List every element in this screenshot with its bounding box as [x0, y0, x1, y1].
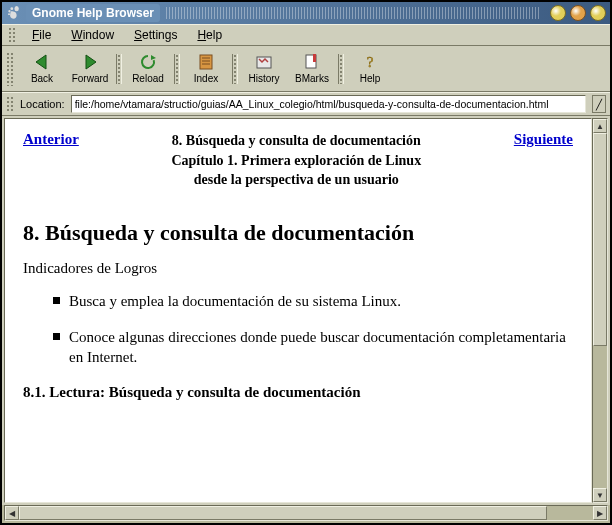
back-label: Back: [31, 73, 53, 84]
doc-nav: Anterior 8. Búsqueda y consulta de docum…: [23, 131, 573, 190]
svg-rect-7: [200, 55, 212, 69]
help-button[interactable]: ? Help: [346, 49, 394, 89]
breadcrumb-line-3: desde la perspectiva de un usuario: [87, 170, 506, 190]
locbar-collapse-button[interactable]: ╱: [592, 95, 606, 113]
help-btn-label: Help: [360, 73, 381, 84]
minimize-button[interactable]: [550, 5, 566, 21]
app-window: Gnome Help Browser File Window Settings …: [0, 0, 612, 525]
menu-help-label: elp: [206, 28, 222, 42]
location-bar: Location: ╱: [2, 92, 610, 116]
forward-icon: [81, 53, 99, 71]
toolbar-sep-4: [338, 54, 344, 84]
svg-point-2: [8, 10, 10, 12]
scroll-down-button[interactable]: ▼: [593, 488, 607, 502]
scroll-track[interactable]: [593, 133, 607, 488]
history-button[interactable]: History: [240, 49, 288, 89]
maximize-button[interactable]: [570, 5, 586, 21]
index-icon: [197, 53, 215, 71]
menubar: File Window Settings Help: [2, 24, 610, 46]
help-icon: ?: [361, 53, 379, 71]
menubar-grip[interactable]: [8, 27, 16, 43]
titlebar[interactable]: Gnome Help Browser: [2, 2, 610, 24]
menu-file[interactable]: File: [22, 25, 61, 45]
svg-marker-5: [86, 55, 96, 69]
nav-prev-link[interactable]: Anterior: [23, 131, 79, 148]
bmarks-label: BMarks: [295, 73, 329, 84]
scroll-thumb[interactable]: [593, 133, 607, 346]
back-button[interactable]: Back: [18, 49, 66, 89]
toolbar-sep-1: [116, 54, 122, 84]
back-icon: [33, 53, 51, 71]
menu-file-label: ile: [39, 28, 51, 42]
svg-point-1: [10, 7, 13, 10]
menu-window-label: indow: [83, 28, 114, 42]
titlebar-texture: [166, 7, 540, 19]
index-label: Index: [194, 73, 218, 84]
doc-indicators-label: Indicadores de Logros: [23, 260, 573, 277]
location-label: Location:: [20, 98, 65, 110]
window-title: Gnome Help Browser: [26, 4, 160, 22]
menu-help[interactable]: Help: [187, 25, 232, 45]
doc-indicators-list: Busca y emplea la documentación de su si…: [23, 291, 573, 368]
reload-label: Reload: [132, 73, 164, 84]
locbar-grip[interactable]: [6, 96, 14, 112]
toolbar-grip[interactable]: [6, 52, 14, 86]
location-input[interactable]: [71, 95, 586, 113]
toolbar-sep-2: [174, 54, 180, 84]
forward-button[interactable]: Forward: [66, 49, 114, 89]
vertical-scrollbar[interactable]: ▲ ▼: [592, 118, 608, 503]
list-item: Busca y emplea la documentación de su si…: [53, 291, 573, 311]
hscroll-track[interactable]: [19, 506, 593, 520]
history-icon: [255, 53, 273, 71]
forward-label: Forward: [72, 73, 109, 84]
svg-point-3: [8, 13, 10, 15]
nav-breadcrumb: 8. Búsqueda y consulta de documentación …: [79, 131, 514, 190]
history-label: History: [248, 73, 279, 84]
reload-icon: [139, 53, 157, 71]
svg-rect-11: [257, 57, 271, 68]
hscroll-thumb[interactable]: [19, 506, 547, 520]
toolbar-sep-3: [232, 54, 238, 84]
content-area: Anterior 8. Búsqueda y consulta de docum…: [2, 116, 610, 505]
menu-window[interactable]: Window: [61, 25, 124, 45]
doc-subheading: 8.1. Lectura: Búsqueda y consulta de doc…: [23, 384, 573, 401]
toolbar: Back Forward Reload Index: [2, 46, 610, 92]
svg-marker-4: [36, 55, 46, 69]
svg-point-0: [14, 6, 18, 11]
breadcrumb-line-1: 8. Búsqueda y consulta de documentación: [87, 131, 506, 151]
scroll-left-button[interactable]: ◀: [5, 506, 19, 520]
bmarks-button[interactable]: BMarks: [288, 49, 336, 89]
horizontal-scrollbar[interactable]: ◀ ▶: [4, 505, 608, 521]
gnome-foot-icon: [6, 5, 22, 21]
list-item: Conoce algunas direcciones donde puede b…: [53, 327, 573, 368]
close-button[interactable]: [590, 5, 606, 21]
scroll-up-button[interactable]: ▲: [593, 119, 607, 133]
menu-settings-label: ettings: [142, 28, 177, 42]
index-button[interactable]: Index: [182, 49, 230, 89]
svg-rect-13: [313, 54, 316, 62]
document-viewport: Anterior 8. Búsqueda y consulta de docum…: [4, 118, 592, 503]
menu-settings[interactable]: Settings: [124, 25, 187, 45]
scroll-right-button[interactable]: ▶: [593, 506, 607, 520]
svg-text:?: ?: [367, 54, 374, 70]
reload-button[interactable]: Reload: [124, 49, 172, 89]
bookmark-icon: [303, 53, 321, 71]
nav-next-link[interactable]: Siguiente: [514, 131, 573, 148]
doc-heading: 8. Búsqueda y consulta de documentación: [23, 220, 573, 246]
breadcrumb-line-2: Capítulo 1. Primera exploración de Linux: [87, 151, 506, 171]
svg-marker-6: [151, 55, 156, 60]
